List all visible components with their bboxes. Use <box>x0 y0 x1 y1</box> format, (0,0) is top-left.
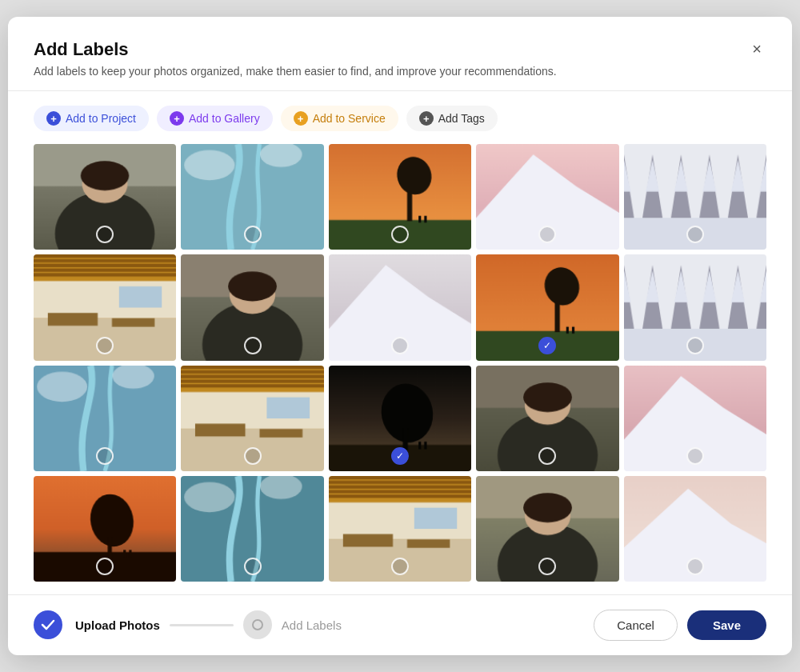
photo-cell[interactable] <box>34 476 176 582</box>
photo-select-checkbox[interactable] <box>96 558 114 575</box>
tab-add-to-project[interactable]: + Add to Project <box>34 106 149 131</box>
modal-subtitle: Add labels to keep your photos organized… <box>34 65 766 78</box>
photo-select-checkbox[interactable] <box>538 558 556 575</box>
photo-select-checkbox[interactable] <box>686 558 704 575</box>
photo-select-checkbox[interactable] <box>538 447 556 465</box>
close-button[interactable]: × <box>744 36 770 62</box>
step-connector <box>170 624 234 626</box>
tab-project-label: Add to Project <box>66 112 136 125</box>
modal-header: Add Labels Add labels to keep your photo… <box>8 17 792 91</box>
add-gallery-icon: + <box>170 111 184 126</box>
tab-gallery-label: Add to Gallery <box>189 112 260 125</box>
add-project-icon: + <box>46 111 61 126</box>
photo-cell[interactable] <box>624 254 766 360</box>
photo-cell[interactable] <box>329 254 471 360</box>
photo-select-checkbox[interactable] <box>96 447 114 465</box>
photo-select-checkbox[interactable] <box>391 226 409 243</box>
photo-select-checkbox[interactable] <box>686 226 704 243</box>
photo-select-checkbox[interactable] <box>244 337 262 354</box>
photo-grid: ✓✓ <box>34 144 766 582</box>
photo-select-checkbox[interactable] <box>391 558 409 575</box>
tab-tags-label: Add Tags <box>438 112 485 125</box>
photo-cell[interactable] <box>181 476 323 582</box>
photo-cell[interactable] <box>329 144 471 250</box>
step1-label: Upload Photos <box>75 618 160 632</box>
photo-select-checkbox[interactable] <box>96 337 114 354</box>
add-tags-icon: + <box>419 111 434 126</box>
step2-label: Add Labels <box>282 618 342 632</box>
save-button[interactable]: Save <box>687 610 766 640</box>
photo-cell[interactable] <box>476 476 618 582</box>
tab-add-tags[interactable]: + Add Tags <box>406 106 498 131</box>
photo-select-checkbox[interactable] <box>686 337 704 354</box>
photo-cell[interactable] <box>624 144 766 250</box>
add-labels-modal: Add Labels Add labels to keep your photo… <box>8 17 792 655</box>
step1-circle <box>34 610 62 639</box>
photo-cell[interactable] <box>624 476 766 582</box>
photo-select-checkbox[interactable] <box>391 337 409 354</box>
photo-cell[interactable] <box>181 366 323 471</box>
photo-select-checkbox[interactable] <box>96 226 114 243</box>
tabs-row: + Add to Project + Add to Gallery + Add … <box>8 91 792 131</box>
photo-select-checkbox[interactable] <box>538 226 556 243</box>
photo-select-checkbox[interactable] <box>244 558 262 575</box>
photo-cell[interactable] <box>476 144 618 250</box>
photo-cell[interactable] <box>34 144 176 250</box>
tab-add-to-service[interactable]: + Add to Service <box>281 106 398 131</box>
photo-select-checkbox[interactable]: ✓ <box>391 447 409 465</box>
photo-cell[interactable] <box>181 254 323 360</box>
photo-cell[interactable] <box>34 366 176 471</box>
photo-select-checkbox[interactable] <box>244 447 262 465</box>
svg-point-0 <box>253 620 262 630</box>
step2-circle <box>243 610 272 639</box>
modal-footer: Upload Photos Add Labels Cancel Save <box>8 594 792 655</box>
add-service-icon: + <box>294 111 308 126</box>
photo-cell[interactable] <box>181 144 323 250</box>
photo-select-checkbox[interactable]: ✓ <box>538 337 556 354</box>
photo-cell[interactable]: ✓ <box>476 254 618 360</box>
tab-add-to-gallery[interactable]: + Add to Gallery <box>157 106 273 131</box>
modal-title: Add Labels <box>34 39 766 60</box>
cancel-button[interactable]: Cancel <box>594 610 678 641</box>
photo-cell[interactable] <box>34 254 176 360</box>
footer-actions: Cancel Save <box>594 610 766 641</box>
step-indicator: Upload Photos Add Labels <box>34 610 594 639</box>
photo-select-checkbox[interactable] <box>244 226 262 243</box>
photo-grid-container: ✓✓ <box>8 131 792 594</box>
photo-select-checkbox[interactable] <box>686 447 704 465</box>
photo-cell[interactable] <box>476 366 618 471</box>
photo-cell[interactable] <box>329 476 471 582</box>
tab-service-label: Add to Service <box>313 112 386 125</box>
photo-cell[interactable]: ✓ <box>329 366 471 471</box>
photo-cell[interactable] <box>624 366 766 471</box>
